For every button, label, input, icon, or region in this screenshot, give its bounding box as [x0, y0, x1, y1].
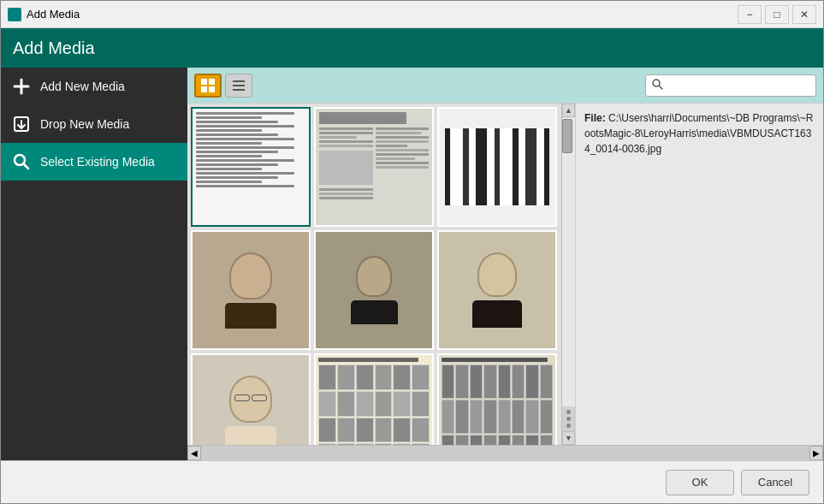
- bottom-scroll-right-button[interactable]: ▶: [809, 446, 823, 460]
- list-view-button[interactable]: [225, 74, 252, 98]
- maximize-button[interactable]: □: [765, 5, 789, 24]
- nl: [376, 149, 430, 151]
- doc-line: [196, 181, 262, 183]
- grid-view-button[interactable]: [194, 74, 222, 98]
- media-item-3[interactable]: [437, 107, 557, 227]
- doc-line: [196, 176, 278, 179]
- nl: [376, 132, 421, 134]
- cc: [375, 418, 393, 443]
- scroll-up-arrow[interactable]: ▲: [562, 104, 575, 117]
- media-item-7[interactable]: [191, 353, 311, 445]
- cc: [540, 365, 553, 399]
- portrait-body: [225, 303, 276, 329]
- census-1940-preview: [439, 355, 555, 445]
- cc: [483, 365, 496, 399]
- nl: [376, 153, 430, 156]
- cc: [498, 365, 511, 399]
- census-1880-preview: [316, 355, 432, 445]
- cc: [393, 443, 411, 445]
- download-icon: [11, 114, 32, 134]
- media-grid: 1880 U.S. Census - Frel...: [187, 104, 561, 445]
- scrollbar-right[interactable]: ▲ ▼: [561, 104, 575, 445]
- doc-line: [196, 159, 294, 162]
- nl: [376, 166, 430, 169]
- right-panel: 1880 U.S. Census - Frel...: [187, 68, 823, 460]
- glasses: [234, 394, 270, 401]
- sidebar-item-select-existing-media[interactable]: Select Existing Media: [1, 143, 187, 181]
- ok-button[interactable]: OK: [666, 470, 734, 495]
- cc: [455, 435, 468, 445]
- media-item-6[interactable]: [437, 230, 557, 350]
- cc: [540, 435, 553, 445]
- grid-row: [191, 230, 558, 350]
- doc-line: [196, 125, 294, 127]
- media-item-9[interactable]: 1940 Census Leroy Harr...: [437, 353, 557, 445]
- media-item-4[interactable]: [191, 230, 311, 350]
- cancel-button[interactable]: Cancel: [741, 470, 809, 495]
- cc: [512, 400, 525, 434]
- cc: [412, 418, 430, 443]
- nl: [319, 136, 357, 139]
- doc-line: [196, 112, 294, 115]
- search-icon: [651, 78, 663, 92]
- barcode-bars: [445, 128, 549, 205]
- bar: [513, 128, 519, 205]
- census-grid: [442, 365, 553, 445]
- sidebar-item-add-new-media-label: Add New Media: [40, 80, 125, 93]
- cc: [356, 365, 374, 390]
- portrait-young-woman-preview: [316, 232, 432, 348]
- doc-line: [196, 121, 278, 123]
- cc: [470, 400, 483, 434]
- dot: [566, 410, 571, 414]
- cc: [455, 400, 468, 434]
- cc: [356, 391, 374, 417]
- nl: [319, 132, 373, 134]
- media-item-8[interactable]: 1880 U.S. Census - Frel...: [314, 353, 434, 445]
- doc-line: [196, 185, 294, 187]
- nl: [376, 145, 408, 147]
- portrait-woman-glasses-preview: [193, 355, 309, 445]
- scroll-body: [562, 117, 575, 406]
- media-item-5[interactable]: [314, 230, 434, 350]
- portrait-body: [225, 426, 276, 446]
- cc: [455, 365, 468, 399]
- scroll-thumb[interactable]: [562, 119, 572, 153]
- bottom-scroll-left-button[interactable]: ◀: [187, 446, 201, 460]
- cc: [498, 400, 511, 434]
- bar: [476, 128, 487, 205]
- bar: [544, 128, 550, 205]
- sidebar-item-drop-new-media[interactable]: Drop New Media: [1, 105, 187, 143]
- media-item-2[interactable]: [314, 107, 434, 227]
- scroll-down-arrow[interactable]: ▼: [562, 431, 575, 445]
- plus-icon: [11, 76, 32, 97]
- bar: [463, 128, 469, 205]
- toolbar: [187, 68, 823, 104]
- bar: [445, 128, 451, 205]
- media-item-1[interactable]: [191, 107, 311, 227]
- cc: [512, 435, 525, 445]
- search-input[interactable]: [663, 79, 810, 92]
- minimize-button[interactable]: −: [738, 5, 762, 24]
- newspaper-header: [319, 112, 406, 124]
- doc-line: [196, 155, 262, 157]
- photo-area: [319, 151, 373, 185]
- nl: [319, 127, 373, 130]
- portrait-face: [229, 376, 272, 423]
- cc: [393, 365, 411, 390]
- cc: [512, 365, 525, 399]
- title-bar: Add Media − □ ✕: [1, 1, 823, 28]
- portrait-body: [472, 300, 522, 328]
- doc-line: [196, 129, 262, 132]
- nl: [376, 136, 430, 139]
- svg-rect-9: [209, 86, 215, 92]
- nl: [376, 157, 416, 160]
- close-button[interactable]: ✕: [792, 5, 816, 24]
- file-path: C:\Users\harri\Documents\~DB Programs\~R…: [584, 112, 813, 155]
- window: Add Media − □ ✕ Add Media Add New Media: [0, 0, 824, 504]
- sidebar-item-add-new-media[interactable]: Add New Media: [1, 68, 187, 105]
- cc: [318, 391, 336, 417]
- file-label: File:: [584, 112, 606, 124]
- cc: [442, 400, 454, 434]
- cc: [412, 391, 430, 417]
- title-bar-text: Add Media: [27, 8, 738, 21]
